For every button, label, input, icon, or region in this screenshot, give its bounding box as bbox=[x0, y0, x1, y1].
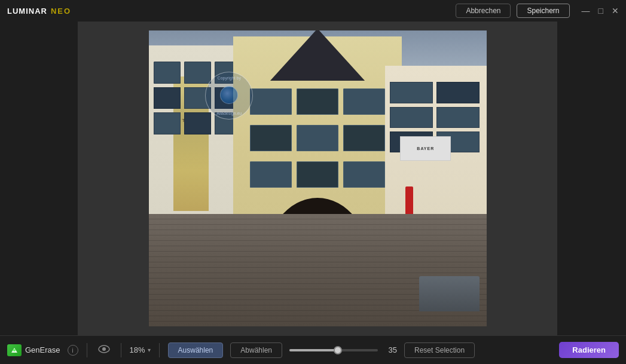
side-panel-left bbox=[0, 22, 78, 335]
app-name: LUMINAR bbox=[7, 7, 47, 16]
photo-composite: UNTERN THURN bbox=[149, 30, 487, 326]
generase-label: GenErase bbox=[25, 345, 60, 354]
title-bar: LUMINAR NEO Abbrechen Speichern — □ ✕ bbox=[0, 0, 626, 22]
abwahlen-button[interactable]: Abwählen bbox=[230, 342, 282, 358]
eye-icon[interactable] bbox=[98, 345, 110, 356]
generase-tool: GenErase bbox=[7, 344, 60, 356]
separator-2 bbox=[121, 343, 121, 357]
tower-windows-row1 bbox=[250, 88, 385, 115]
tower-windows-row3 bbox=[250, 161, 385, 188]
watermark-text-bottom: Alladesign.eu bbox=[216, 111, 242, 115]
zoom-value: 18% bbox=[130, 345, 145, 354]
slider-track bbox=[289, 349, 378, 351]
building-sign: BAYER bbox=[400, 136, 451, 160]
info-icon[interactable]: i bbox=[68, 345, 78, 356]
side-panel-right bbox=[557, 22, 626, 335]
title-bar-actions: Abbrechen Speichern — □ ✕ bbox=[456, 4, 619, 18]
speichern-button[interactable]: Speichern bbox=[517, 4, 569, 18]
close-button[interactable]: ✕ bbox=[612, 7, 619, 15]
watermark-circle: Copyright by Alladesign.eu bbox=[205, 72, 253, 120]
separator-3 bbox=[159, 343, 160, 357]
radieren-button[interactable]: Radieren bbox=[559, 342, 619, 358]
building-sign-text: BAYER bbox=[417, 146, 434, 151]
tower-roof bbox=[258, 30, 377, 81]
zoom-control[interactable]: 18% ▾ bbox=[130, 345, 151, 354]
image-area: UNTERN THURN bbox=[78, 22, 557, 335]
maximize-button[interactable]: □ bbox=[598, 7, 603, 15]
bottom-toolbar: GenErase i 18% ▾ Auswählen Abwählen 35 R… bbox=[0, 335, 626, 364]
svg-point-2 bbox=[102, 347, 106, 351]
app-logo: LUMINAR NEO bbox=[7, 7, 71, 16]
separator-1 bbox=[87, 343, 87, 357]
brush-size-slider: 35 bbox=[289, 345, 397, 354]
auswahlen-button[interactable]: Auswählen bbox=[168, 342, 224, 358]
abbrechen-button[interactable]: Abbrechen bbox=[456, 4, 511, 18]
slider-thumb[interactable] bbox=[334, 346, 342, 354]
window-controls: — □ ✕ bbox=[582, 7, 619, 15]
reset-selection-button[interactable]: Reset Selection bbox=[404, 342, 475, 358]
generase-svg bbox=[10, 347, 19, 354]
watermark-text-top: Copyright by bbox=[218, 76, 241, 80]
main-content: UNTERN THURN bbox=[0, 22, 626, 335]
generase-icon bbox=[7, 344, 22, 356]
slider-value: 35 bbox=[383, 345, 397, 354]
photo-canvas: UNTERN THURN bbox=[149, 30, 487, 326]
app-subtitle: NEO bbox=[51, 7, 71, 16]
eye-svg bbox=[98, 345, 110, 353]
zoom-chevron-icon: ▾ bbox=[148, 347, 151, 353]
minimize-button[interactable]: — bbox=[582, 7, 590, 15]
slider-fill bbox=[289, 349, 338, 351]
watermark: Copyright by Alladesign.eu bbox=[199, 66, 259, 126]
svg-point-0 bbox=[13, 349, 16, 351]
tower-windows-row2 bbox=[250, 125, 385, 151]
watermark-globe bbox=[220, 86, 238, 104]
car bbox=[419, 276, 480, 311]
